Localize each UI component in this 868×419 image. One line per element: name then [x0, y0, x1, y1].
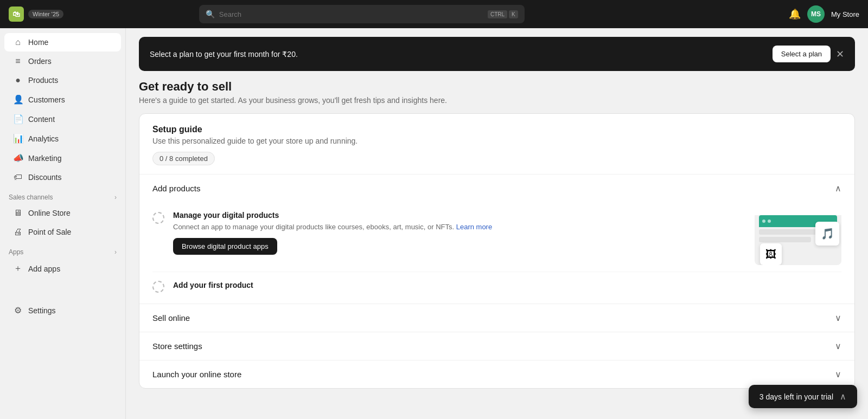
learn-more-link[interactable]: Learn more — [456, 223, 492, 231]
select-plan-button[interactable]: Select a plan — [773, 46, 831, 62]
notification-icon[interactable]: 🔔 — [789, 8, 801, 20]
store-name-label: My Store — [831, 10, 859, 18]
sidebar-item-marketing[interactable]: 📣 Marketing — [4, 149, 121, 167]
add-apps-icon: ＋ — [13, 263, 23, 274]
sidebar-item-orders[interactable]: ≡ Orders — [4, 52, 121, 70]
sidebar-item-customers[interactable]: 👤 Customers — [4, 90, 121, 109]
sidebar-item-home[interactable]: ⌂ Home — [4, 33, 121, 51]
top-navigation: 🛍 Winter '25 🔍 CTRL K 🔔 MS My Store — [0, 0, 868, 28]
sales-channels-chevron: › — [114, 194, 117, 201]
add-first-product-item: Add your first product — [152, 272, 841, 295]
progress-badge: 0 / 8 completed — [152, 152, 215, 165]
marketing-icon: 📣 — [13, 153, 23, 163]
add-first-product-title: Add your first product — [173, 281, 253, 289]
banner-text: Select a plan to get your first month fo… — [150, 50, 298, 59]
sidebar-item-products[interactable]: ● Products — [4, 71, 121, 89]
sidebar-item-content[interactable]: 📄 Content — [4, 109, 121, 128]
banner-actions: Select a plan ✕ — [773, 46, 844, 62]
accordion-add-products: Add products ∧ Manage your digital produ… — [139, 175, 854, 304]
accordion-launch-store-chevron: ∨ — [835, 369, 841, 379]
content-icon: 📄 — [13, 114, 23, 124]
customers-icon: 👤 — [13, 94, 23, 105]
image-card-icon: 🖼 — [760, 243, 782, 265]
apps-section: Apps › — [0, 242, 125, 258]
orders-icon: ≡ — [13, 56, 23, 66]
accordion-store-settings-chevron: ∨ — [835, 341, 841, 351]
products-icon: ● — [13, 75, 23, 85]
digital-product-illustration: 🎵 🖼 — [755, 211, 841, 265]
settings-icon: ⚙ — [13, 305, 23, 315]
apps-chevron: › — [114, 248, 117, 256]
add-first-product-checkbox[interactable] — [152, 281, 164, 293]
accordion-store-settings-header[interactable]: Store settings ∨ — [139, 332, 854, 360]
accordion-sell-online-header[interactable]: Sell online ∨ — [139, 304, 854, 332]
music-card-icon: 🎵 — [815, 222, 839, 246]
accordion-store-settings: Store settings ∨ — [139, 332, 854, 360]
winter-badge: Winter '25 — [28, 10, 63, 18]
manage-digital-title: Manage your digital products — [173, 211, 746, 220]
accordion-sell-online: Sell online ∨ — [139, 304, 854, 332]
accordion-add-products-chevron: ∧ — [835, 183, 841, 194]
avatar[interactable]: MS — [807, 5, 825, 23]
sidebar-item-pos[interactable]: 🖨 Point of Sale — [4, 223, 121, 241]
topnav-right: 🔔 MS My Store — [789, 5, 859, 23]
pos-icon: 🖨 — [13, 227, 23, 237]
setup-guide-desc: Use this personalized guide to get your … — [152, 137, 841, 145]
sidebar-item-discounts[interactable]: 🏷 Discounts — [4, 168, 121, 186]
accordion-sell-online-chevron: ∨ — [835, 313, 841, 323]
online-store-icon: 🖥 — [13, 208, 23, 218]
trial-banner[interactable]: 3 days left in your trial ∧ — [749, 385, 857, 408]
discounts-icon: 🏷 — [13, 172, 23, 182]
accordion-launch-store: Launch your online store ∨ — [139, 360, 854, 388]
sales-channels-section: Sales channels › — [0, 187, 125, 203]
page-subtitle: Here's a guide to get started. As your b… — [139, 96, 855, 105]
sidebar-item-add-apps[interactable]: ＋ Add apps — [4, 259, 121, 279]
setup-guide-title: Setup guide — [152, 125, 841, 134]
trial-text: 3 days left in your trial — [760, 392, 833, 401]
close-banner-button[interactable]: ✕ — [836, 49, 844, 59]
sidebar-item-settings[interactable]: ⚙ Settings — [4, 301, 121, 320]
sidebar-item-analytics[interactable]: 📊 Analytics — [4, 129, 121, 148]
sidebar: ⌂ Home ≡ Orders ● Products 👤 Customers 📄… — [0, 28, 126, 419]
trial-chevron-icon: ∧ — [840, 391, 846, 402]
analytics-icon: 📊 — [13, 133, 23, 144]
main-content: Select a plan to get your first month fo… — [126, 28, 868, 419]
manage-digital-checkbox[interactable] — [152, 212, 164, 224]
search-shortcut: CTRL K — [488, 10, 518, 18]
search-input[interactable] — [219, 10, 483, 18]
logo-area: 🛍 Winter '25 — [9, 7, 63, 22]
plan-banner: Select a plan to get your first month fo… — [139, 37, 855, 71]
setup-guide-card: Setup guide Use this personalized guide … — [139, 113, 855, 389]
manage-digital-item: Manage your digital products Connect an … — [152, 202, 841, 272]
sidebar-item-online-store[interactable]: 🖥 Online Store — [4, 204, 121, 222]
accordion-launch-store-header[interactable]: Launch your online store ∨ — [139, 360, 854, 388]
accordion-add-products-header[interactable]: Add products ∧ — [139, 175, 854, 202]
search-bar[interactable]: 🔍 CTRL K — [199, 5, 525, 23]
setup-card-header: Setup guide Use this personalized guide … — [139, 114, 854, 175]
manage-digital-desc: Connect an app to manage your digital pr… — [173, 222, 746, 233]
search-icon: 🔍 — [206, 10, 215, 18]
page-title: Get ready to sell — [139, 80, 855, 94]
main-layout: ⌂ Home ≡ Orders ● Products 👤 Customers 📄… — [0, 28, 868, 419]
manage-digital-content: Manage your digital products Connect an … — [173, 211, 746, 255]
accordion-add-products-body: Manage your digital products Connect an … — [139, 202, 854, 304]
shopify-logo: 🛍 — [9, 7, 24, 22]
home-icon: ⌂ — [13, 37, 23, 47]
browse-digital-apps-button[interactable]: Browse digital product apps — [173, 238, 277, 255]
